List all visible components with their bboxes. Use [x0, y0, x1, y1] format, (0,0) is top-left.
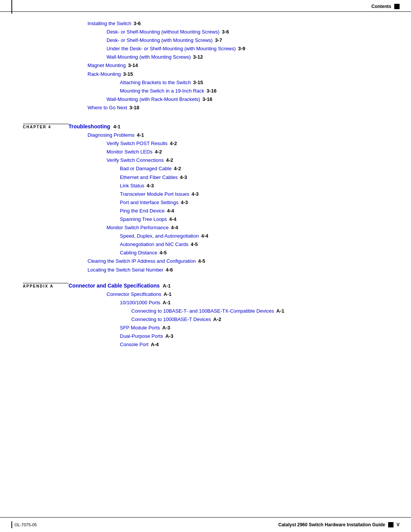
toc-page-number: 3-14 [128, 61, 138, 70]
toc-link[interactable]: Speed, Duplex, and Autonegotiation [120, 232, 199, 240]
footer-bar [11, 521, 12, 528]
list-item: Link Status4-3 [11, 182, 400, 190]
list-item: Console PortA-4 [11, 340, 400, 349]
toc-link[interactable]: Bad or Damaged Cable [120, 165, 172, 173]
list-item: Autonegotiation and NIC Cards4-5 [11, 240, 400, 249]
toc-page-number: 3-9 [238, 45, 245, 53]
list-item: Ethernet and Fiber Cables4-3 [11, 173, 400, 182]
toc-link[interactable]: Monitor Switch Performance [107, 224, 169, 232]
toc-link[interactable]: Link Status [120, 182, 144, 190]
list-item: Installing the Switch3-6 [11, 19, 400, 28]
toc-page-number: 3-6 [134, 19, 141, 28]
list-item: Cabling Distance4-5 [11, 249, 400, 257]
toc-link[interactable]: Wall-Mounting (with Rack-Mount Brackets) [107, 95, 200, 104]
toc-link[interactable]: Port and Interface Settings [120, 198, 178, 207]
toc-link[interactable]: Dual-Purpose Ports [120, 332, 163, 340]
chapter4-title: Troubleshooting [68, 123, 110, 129]
toc-page-number: 3-6 [222, 28, 229, 36]
list-item: Monitor Switch Performance4-4 [11, 224, 400, 232]
appendixA-header-row: APPENDIX A Connector and Cable Specifica… [11, 283, 400, 289]
header-title: Contents [371, 4, 391, 9]
list-item: Connecting to 1000BASE-T DevicesA-2 [11, 315, 400, 324]
toc-page-number: 4-2 [174, 165, 181, 173]
toc-link[interactable]: Desk- or Shelf-Mounting (without Mountin… [107, 28, 220, 36]
footer-left: OL-7075-05 [11, 521, 37, 528]
toc-link[interactable]: Verify Switch Connections [107, 156, 164, 165]
toc-link[interactable]: Diagnosing Problems [88, 131, 135, 139]
list-item: Transceiver Module Port Issues4-3 [11, 190, 400, 198]
toc-page-number: 4-3 [181, 198, 188, 207]
list-item: Mounting the Switch in a 19-Inch Rack3-1… [11, 87, 400, 95]
toc-link[interactable]: Autonegotiation and NIC Cards [120, 240, 188, 249]
toc-link[interactable]: Rack-Mounting [88, 70, 121, 78]
toc-page-number: 4-1 [137, 131, 144, 139]
toc-page-number: 4-5 [191, 240, 198, 249]
toc-link[interactable]: Locating the Switch Serial Number [88, 266, 163, 274]
list-item: Locating the Switch Serial Number4-6 [11, 266, 400, 274]
toc-link[interactable]: 10/100/1000 Ports [120, 299, 160, 307]
page-container: Contents Installing the Switch3-6Desk- o… [0, 0, 411, 532]
toc-link[interactable]: Connector Specifications [107, 290, 161, 299]
appendixA-title-link[interactable]: Connector and Cable Specifications [68, 283, 160, 289]
list-item: Spanning Tree Loops4-4 [11, 215, 400, 224]
chapter4-title-link[interactable]: Troubleshooting [68, 123, 110, 129]
list-item: Connecting to 10BASE-T- and 100BASE-TX-C… [11, 307, 400, 315]
header-square [394, 4, 400, 9]
toc-page-number: 4-2 [170, 139, 177, 148]
toc-content: Installing the Switch3-6Desk- or Shelf-M… [0, 12, 411, 375]
toc-link[interactable]: Ethernet and Fiber Cables [120, 173, 178, 182]
toc-page-number: A-1 [164, 290, 172, 299]
list-item: Where to Go Next3-18 [11, 104, 400, 112]
toc-link[interactable]: Monitor Switch LEDs [107, 148, 153, 156]
toc-page-number: 4-3 [180, 173, 187, 182]
toc-link[interactable]: Attaching Brackets to the Switch [120, 78, 191, 87]
toc-link[interactable]: Wall-Mounting (with Mounting Screws) [107, 53, 191, 61]
toc-link[interactable]: Spanning Tree Loops [120, 215, 167, 224]
toc-link[interactable]: Installing the Switch [88, 19, 131, 28]
toc-link[interactable]: Verify Switch POST Results [107, 139, 167, 148]
toc-link[interactable]: Transceiver Module Port Issues [120, 190, 189, 198]
toc-page-number: A-4 [151, 340, 159, 349]
list-item: Clearing the Switch IP Address and Confi… [11, 257, 400, 265]
toc-page-number: A-3 [162, 324, 170, 332]
list-item: Ping the End Device4-4 [11, 207, 400, 215]
appendixA-label: APPENDIX A [23, 283, 68, 288]
chapter4-section: CHAPTER 4 Troubleshooting 4-1 Diagnosing… [11, 123, 400, 274]
toc-link[interactable]: Desk- or Shelf-Mounting (with Mounting S… [107, 36, 213, 45]
list-item: SFP Module PortsA-3 [11, 324, 400, 332]
footer-square [388, 522, 393, 527]
list-item: Desk- or Shelf-Mounting (with Mounting S… [11, 36, 400, 45]
toc-link[interactable]: Clearing the Switch IP Address and Confi… [88, 257, 196, 265]
footer-page: V [397, 522, 400, 527]
toc-link[interactable]: Connecting to 1000BASE-T Devices [131, 315, 211, 324]
list-item: Monitor Switch LEDs4-2 [11, 148, 400, 156]
list-item: Connector SpecificationsA-1 [11, 290, 400, 299]
page-footer: OL-7075-05 Catalyst 2960 Switch Hardware… [0, 517, 411, 532]
toc-page-number: 4-6 [166, 266, 173, 274]
toc-page-number: 4-4 [167, 207, 174, 215]
list-item: Speed, Duplex, and Autonegotiation4-4 [11, 232, 400, 240]
toc-page-number: A-1 [276, 307, 284, 315]
toc-link[interactable]: Console Port [120, 340, 148, 349]
appendixA-title: Connector and Cable Specifications [68, 283, 160, 289]
page-header: Contents [0, 0, 411, 12]
chapter4-num: 4-1 [113, 124, 121, 129]
list-item: Under the Desk- or Shelf-Mounting (with … [11, 45, 400, 53]
toc-page-number: 4-3 [191, 190, 199, 198]
toc-link[interactable]: Cabling Distance [120, 249, 157, 257]
toc-link[interactable]: Under the Desk- or Shelf-Mounting (with … [107, 45, 236, 53]
footer-right: Catalyst 2960 Switch Hardware Installati… [278, 522, 400, 527]
toc-link[interactable]: SFP Module Ports [120, 324, 160, 332]
toc-page-number: A-1 [162, 299, 170, 307]
appendixA-section: APPENDIX A Connector and Cable Specifica… [11, 283, 400, 349]
toc-link[interactable]: Connecting to 10BASE-T- and 100BASE-TX-C… [131, 307, 274, 315]
chapter4-entries: Diagnosing Problems4-1Verify Switch POST… [11, 131, 400, 274]
list-item: Bad or Damaged Cable4-2 [11, 165, 400, 173]
toc-page-number: 3-18 [129, 104, 139, 112]
chapter4-header-row: CHAPTER 4 Troubleshooting 4-1 [11, 123, 400, 129]
toc-link[interactable]: Ping the End Device [120, 207, 165, 215]
toc-link[interactable]: Where to Go Next [88, 104, 127, 112]
list-item: Port and Interface Settings4-3 [11, 198, 400, 207]
toc-link[interactable]: Magnet Mounting [88, 61, 126, 70]
toc-link[interactable]: Mounting the Switch in a 19-Inch Rack [120, 87, 204, 95]
